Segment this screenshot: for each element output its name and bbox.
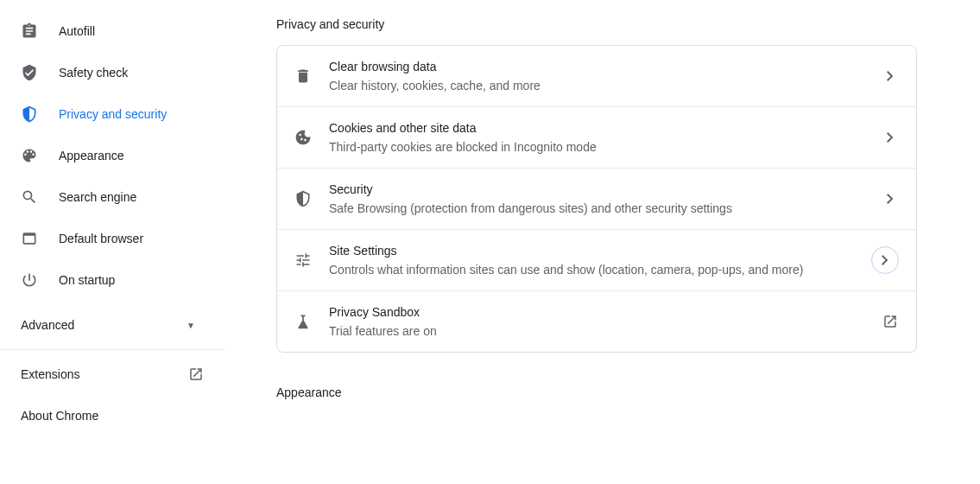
- row-subtitle: Controls what information sites can use …: [329, 261, 861, 278]
- sidebar-item-extensions[interactable]: Extensions: [0, 357, 224, 392]
- tune-icon: [294, 252, 312, 269]
- row-title: Security: [329, 181, 871, 198]
- row-cookies[interactable]: Cookies and other site data Third-party …: [277, 106, 916, 168]
- sidebar-item-label: On startup: [59, 273, 115, 287]
- sidebar-item-autofill[interactable]: Autofill: [0, 14, 224, 48]
- shield-icon: [21, 105, 38, 123]
- power-icon: [21, 271, 38, 289]
- browser-window-icon: [21, 230, 38, 247]
- open-in-new-icon: [188, 366, 204, 382]
- row-privacy-sandbox[interactable]: Privacy Sandbox Trial features are on: [277, 290, 916, 352]
- sidebar-item-label: Default browser: [59, 232, 143, 245]
- main-content: Privacy and security Clear browsing data…: [224, 0, 980, 440]
- sidebar-item-safety-check[interactable]: Safety check: [0, 55, 224, 90]
- sidebar-item-search-engine[interactable]: Search engine: [0, 180, 224, 214]
- open-in-new-icon: [882, 314, 899, 329]
- privacy-security-card: Clear browsing data Clear history, cooki…: [276, 45, 917, 353]
- sidebar-item-label: Extensions: [21, 367, 79, 381]
- clipboard-icon: [21, 22, 38, 40]
- sidebar-item-label: Privacy and security: [59, 107, 167, 121]
- sidebar-divider: [0, 349, 224, 350]
- section-title-privacy: Privacy and security: [276, 10, 980, 45]
- row-title: Site Settings: [329, 242, 861, 259]
- row-title: Clear browsing data: [329, 58, 871, 75]
- row-site-settings[interactable]: Site Settings Controls what information …: [277, 229, 916, 290]
- sidebar-advanced-label: Advanced: [21, 318, 74, 332]
- sidebar-item-label: About Chrome: [21, 409, 98, 423]
- sidebar-item-label: Search engine: [59, 190, 136, 204]
- row-title: Privacy Sandbox: [329, 303, 871, 321]
- row-title: Cookies and other site data: [329, 119, 871, 137]
- sidebar-item-label: Safety check: [59, 66, 128, 80]
- chevron-right-icon: [882, 132, 899, 143]
- sidebar-item-label: Autofill: [59, 24, 95, 38]
- sidebar-advanced-toggle[interactable]: Advanced ▼: [0, 308, 224, 342]
- row-clear-browsing-data[interactable]: Clear browsing data Clear history, cooki…: [277, 46, 916, 106]
- row-subtitle: Clear history, cookies, cache, and more: [329, 77, 871, 94]
- sidebar-item-privacy-security[interactable]: Privacy and security: [0, 97, 224, 131]
- chevron-right-icon: [882, 71, 899, 81]
- sidebar-item-on-startup[interactable]: On startup: [0, 263, 224, 297]
- sidebar-item-label: Appearance: [59, 149, 124, 162]
- sidebar-item-appearance[interactable]: Appearance: [0, 138, 224, 173]
- shield-icon: [294, 190, 312, 207]
- row-subtitle: Trial features are on: [329, 322, 871, 340]
- row-security[interactable]: Security Safe Browsing (protection from …: [277, 168, 916, 229]
- chevron-down-icon: ▼: [187, 321, 204, 330]
- search-icon: [21, 188, 38, 206]
- shield-check-icon: [21, 64, 38, 81]
- row-subtitle: Third-party cookies are blocked in Incog…: [329, 138, 871, 156]
- palette-icon: [21, 147, 38, 164]
- flask-icon: [294, 313, 312, 330]
- row-subtitle: Safe Browsing (protection from dangerous…: [329, 200, 871, 217]
- sidebar-item-default-browser[interactable]: Default browser: [0, 221, 224, 256]
- settings-sidebar: Autofill Safety check Privacy and securi…: [0, 0, 224, 440]
- trash-icon: [294, 67, 312, 85]
- section-title-appearance: Appearance: [276, 379, 980, 413]
- sidebar-item-about-chrome[interactable]: About Chrome: [0, 398, 224, 433]
- cookie-icon: [294, 129, 312, 146]
- chevron-right-focused-icon: [871, 246, 899, 274]
- chevron-right-icon: [882, 194, 899, 204]
